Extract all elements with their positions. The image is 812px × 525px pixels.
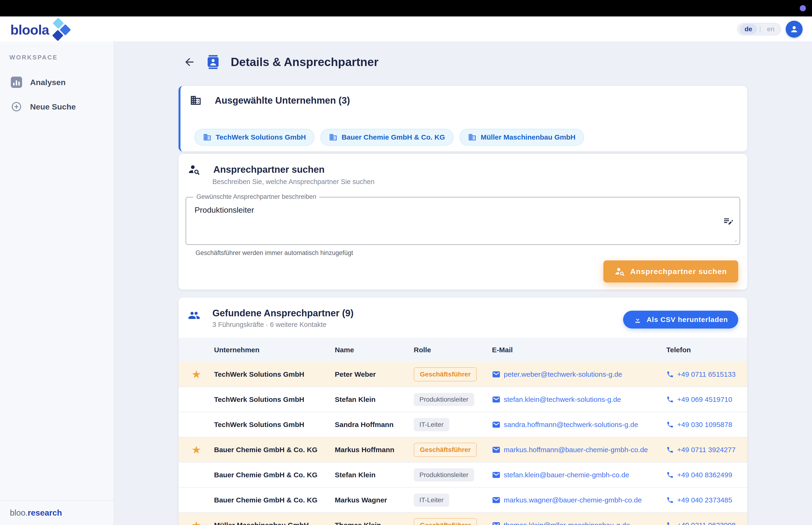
email-icon (492, 420, 501, 429)
role-badge: Geschäftsführer (414, 367, 477, 381)
textarea-helper-text: Geschäftsführer werden immer automatisch… (196, 249, 353, 257)
company-chip-label: Müller Maschinenbau GmbH (481, 133, 576, 141)
phone-icon (666, 496, 674, 504)
table-row[interactable]: Bauer Chemie GmbH & Co. KG Stefan Klein … (179, 463, 747, 487)
phone-link[interactable]: +49 069 4519710 (666, 395, 747, 404)
email-icon (492, 446, 501, 454)
header-actions: de | en (737, 16, 802, 42)
system-top-bar (0, 0, 812, 16)
email-icon (492, 370, 501, 379)
page-title: Details & Ansprechpartner (231, 55, 379, 69)
language-option-en[interactable]: en (763, 24, 778, 34)
sidebar-item-neue-suche[interactable]: Neue Suche (0, 96, 114, 117)
cell-company: TechWerk Solutions GmbH (214, 421, 335, 429)
table-body: ★ TechWerk Solutions GmbH Peter Weber Ge… (179, 362, 747, 525)
email-icon (492, 395, 501, 404)
download-csv-button[interactable]: Als CSV herunterladen (623, 311, 738, 329)
selected-companies-card: Ausgewählte Unternehmen (3) TechWerk Sol… (179, 86, 747, 151)
column-header-unternehmen: Unternehmen (214, 346, 335, 354)
phone-link[interactable]: +49 040 2373485 (666, 496, 747, 504)
table-header-row: Unternehmen Name Rolle E-Mail Telefon (179, 338, 747, 362)
phone-icon (666, 371, 674, 378)
column-header-email: E-Mail (492, 346, 666, 354)
email-link[interactable]: stefan.klein@bauer-chemie-gmbh-co.de (492, 471, 666, 479)
email-icon (492, 496, 501, 504)
cell-name: Markus Hoffmann (335, 446, 414, 454)
language-option-de[interactable]: de (740, 24, 757, 34)
sidebar-section-label: WORKSPACE (10, 54, 114, 61)
download-csv-button-label: Als CSV herunterladen (647, 316, 728, 324)
column-header-rolle: Rolle (414, 346, 492, 354)
page-header: Details & Ansprechpartner (183, 55, 379, 69)
recording-indicator-dot (800, 5, 806, 11)
user-avatar-button[interactable] (786, 21, 802, 38)
results-card: Gefundene Ansprechpartner (9) 3 Führungs… (179, 298, 747, 525)
person-icon (790, 25, 799, 34)
phone-link[interactable]: +49 030 1095878 (666, 421, 747, 429)
language-toggle: de | en (737, 23, 781, 35)
cell-company: Bauer Chemie GmbH & Co. KG (214, 446, 335, 454)
person-search-icon (615, 266, 625, 276)
logo-diamonds-icon (50, 20, 76, 40)
building-icon (329, 133, 337, 141)
email-link[interactable]: peter.weber@techwerk-solutions-g.de (492, 370, 666, 379)
table-row[interactable]: Bauer Chemie GmbH & Co. KG Markus Wagner… (179, 487, 747, 513)
cell-name: Markus Wagner (335, 496, 414, 504)
textarea-floating-label: Gewünschte Ansprechpartner beschreiben (194, 193, 319, 200)
contact-search-card: Ansprechpartner suchen Beschreiben Sie, … (179, 154, 747, 289)
company-chips: TechWerk Solutions GmbH Bauer Chemie Gmb… (195, 129, 738, 146)
textarea-resize-handle[interactable] (731, 236, 737, 242)
phone-icon (666, 522, 674, 525)
plus-circle-icon (11, 101, 22, 112)
email-icon (492, 521, 501, 525)
email-link[interactable]: sandra.hoffmann@techwerk-solutions-g.de (492, 420, 666, 429)
contact-search-subtitle: Beschreiben Sie, welche Ansprechpartner … (212, 178, 738, 186)
email-link[interactable]: thomas.klein@mller-maschinenbau-g.de (492, 521, 666, 525)
sidebar-item-analysen[interactable]: Analysen (0, 72, 114, 93)
role-badge: Geschäftsführer (414, 443, 477, 457)
table-row[interactable]: ★ TechWerk Solutions GmbH Peter Weber Ge… (179, 362, 747, 387)
phone-link[interactable]: +49 0711 3924277 (666, 446, 747, 454)
email-link[interactable]: stefan.klein@techwerk-solutions-g.de (492, 395, 666, 404)
email-icon (492, 471, 501, 479)
company-chip[interactable]: Müller Maschinenbau GmbH (460, 129, 584, 146)
building-icon (203, 133, 212, 141)
logo-text: bloola (10, 22, 49, 38)
table-row[interactable]: ★ Bauer Chemie GmbH & Co. KG Markus Hoff… (179, 437, 747, 463)
table-row[interactable]: ★ Müller Maschinenbau GmbH Thomas Klein … (179, 513, 747, 525)
phone-link[interactable]: +49 040 8362499 (666, 471, 747, 479)
selected-companies-title: Ausgewählte Unternehmen (3) (215, 95, 350, 106)
app-window: bloola de | en WORKSPACE Analysen (0, 0, 812, 525)
contact-card-icon (206, 55, 220, 69)
sidebar-item-label: Analysen (30, 78, 65, 87)
cell-name: Thomas Klein (335, 521, 414, 525)
company-chip[interactable]: TechWerk Solutions GmbH (195, 129, 315, 146)
email-link[interactable]: markus.hoffmann@bauer-chemie-gmbh-co.de (492, 446, 666, 454)
back-button[interactable] (183, 56, 196, 68)
company-chip-label: Bauer Chemie GmbH & Co. KG (342, 133, 445, 141)
sidebar-item-label: Neue Suche (30, 102, 76, 111)
company-chip[interactable]: Bauer Chemie GmbH & Co. KG (321, 129, 454, 146)
cell-name: Sandra Hoffmann (335, 421, 414, 429)
cell-company: TechWerk Solutions GmbH (214, 370, 335, 378)
cell-company: Bauer Chemie GmbH & Co. KG (214, 471, 335, 479)
column-header-name: Name (335, 346, 414, 354)
role-badge: Geschäftsführer (414, 518, 477, 525)
results-title: Gefundene Ansprechpartner (9) (212, 308, 354, 318)
footer-brand-suffix: research (28, 508, 62, 518)
table-row[interactable]: TechWerk Solutions GmbH Sandra Hoffmann … (179, 412, 747, 437)
role-badge: Produktionsleiter (414, 393, 474, 406)
edit-note-icon (723, 216, 734, 227)
search-contacts-button-label: Ansprechpartner suchen (630, 267, 727, 276)
favorite-star-icon: ★ (179, 520, 214, 525)
phone-link[interactable]: +49 0711 6515133 (666, 370, 747, 378)
search-contacts-button[interactable]: Ansprechpartner suchen (603, 260, 738, 283)
phone-link[interactable]: +49 0211 9623098 (666, 521, 747, 525)
building-icon (190, 94, 202, 106)
sidebar-footer: bloo.research (0, 500, 114, 525)
phone-icon (666, 396, 674, 403)
contact-description-textarea[interactable]: Gewünschte Ansprechpartner beschreiben P… (186, 197, 740, 245)
bloola-logo[interactable]: bloola (10, 20, 76, 40)
email-link[interactable]: markus.wagner@bauer-chemie-gmbh-co.de (492, 496, 666, 504)
table-row[interactable]: TechWerk Solutions GmbH Stefan Klein Pro… (179, 387, 747, 412)
